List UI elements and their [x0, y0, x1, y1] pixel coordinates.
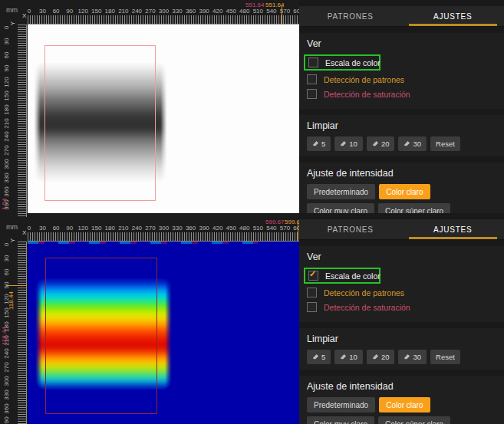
- option-label: Detección de patrones: [324, 75, 404, 84]
- color-claro-button[interactable]: Color claro: [379, 184, 430, 199]
- reset-button[interactable]: Reset: [430, 136, 460, 151]
- reset-button[interactable]: Reset: [430, 350, 460, 364]
- checkbox-escala-de-color[interactable]: ✓: [308, 271, 318, 281]
- color-super-claro-button[interactable]: Color súper claro: [378, 203, 450, 213]
- x-tick-label: 300: [159, 225, 169, 232]
- option-escala-de-color[interactable]: ✓ Escala de color: [304, 54, 380, 71]
- x-tick-label: 30: [39, 8, 46, 15]
- checkbox-deteccion-de-patrones[interactable]: ✓: [307, 288, 317, 297]
- option-label: Escala de color: [325, 58, 380, 67]
- clear-button-label: 5: [321, 353, 325, 361]
- option-deteccion-de-saturacion[interactable]: ✓ Detección de saturación: [307, 89, 498, 99]
- checkbox-escala-de-color[interactable]: ✓: [308, 58, 318, 67]
- x-tick-label: 480: [239, 225, 249, 232]
- clear-button-label: 20: [381, 140, 390, 148]
- eraser-icon: [404, 140, 410, 147]
- section-title: Limpiar: [307, 120, 498, 131]
- y-marker-line: [6, 285, 27, 286]
- x-tick-label: 330: [172, 8, 182, 15]
- x-tick-label: 510: [253, 225, 263, 232]
- eraser-icon: [372, 353, 379, 360]
- color-muy-claro-button[interactable]: Color muy claro: [307, 203, 374, 213]
- predeterminado-button[interactable]: Predeterminado: [307, 397, 375, 412]
- section-title: Limpiar: [307, 334, 498, 344]
- x-marker-line: [298, 222, 298, 241]
- x-tick-label: 0: [28, 8, 31, 15]
- section-ver: Ver ✓ Escala de color ✓ Detección de pat…: [299, 33, 504, 109]
- limpiar-buttons: 5 10 20 30 Reset: [307, 350, 498, 364]
- predeterminado-button[interactable]: Predeterminado: [307, 184, 375, 199]
- roi-rectangle[interactable]: [45, 258, 157, 414]
- color-claro-button[interactable]: Color claro: [379, 397, 430, 412]
- tab-patrones[interactable]: PATRONES: [299, 6, 402, 26]
- x-tick-label: 390: [199, 225, 209, 232]
- y-tick-label: 30: [3, 251, 11, 266]
- viewer-grayscale: mm X Y 030609012015018021024027030033036…: [0, 0, 299, 217]
- section-limpiar: Limpiar 5 10 20 30 Reset: [299, 328, 504, 370]
- y-ruler: [18, 242, 27, 424]
- tab-bar: PATRONES AJUSTES: [299, 6, 504, 27]
- x-tick-label: 30: [39, 225, 46, 232]
- x-marker-line: [282, 5, 282, 24]
- reset-button-label: Reset: [436, 353, 455, 361]
- clear-30-button[interactable]: 30: [398, 136, 427, 151]
- option-label: Detección de saturación: [324, 90, 410, 99]
- scan-image-heatmap[interactable]: [28, 242, 299, 424]
- settings-panel-bottom: PATRONES AJUSTES Ver ✓ Escala de color ✓…: [299, 213, 504, 424]
- x-ruler: [28, 232, 299, 242]
- option-deteccion-de-patrones[interactable]: ✓ Detección de patrones: [307, 74, 498, 84]
- x-tick-label: 450: [226, 225, 236, 232]
- x-tick-label: 180: [105, 8, 115, 15]
- reset-button-label: Reset: [436, 140, 455, 148]
- clear-20-button[interactable]: 20: [367, 350, 395, 364]
- eraser-icon: [312, 140, 319, 147]
- y-tick-label: 300: [3, 373, 11, 389]
- x-tick-label: 420: [212, 225, 222, 232]
- tab-patrones[interactable]: PATRONES: [299, 219, 402, 239]
- clear-button-label: 10: [349, 353, 357, 361]
- y-tick-label: 0: [3, 237, 11, 252]
- tab-label: AJUSTES: [433, 225, 473, 234]
- clear-10-button[interactable]: 10: [334, 136, 363, 151]
- option-deteccion-de-patrones[interactable]: ✓ Detección de patrones: [307, 288, 498, 297]
- color-muy-claro-button[interactable]: Color muy claro: [307, 416, 374, 424]
- checkbox-deteccion-de-patrones[interactable]: ✓: [307, 74, 317, 84]
- checkbox-deteccion-de-saturacion[interactable]: ✓: [307, 302, 317, 312]
- x-tick-label: 360: [186, 8, 196, 15]
- tab-ajustes[interactable]: AJUSTES: [402, 219, 504, 239]
- x-tick-label: 150: [91, 225, 101, 232]
- roi-rectangle[interactable]: [44, 45, 156, 201]
- tab-label: PATRONES: [328, 12, 374, 21]
- x-ruler-numbers: 0306090120150180210240270300330360390420…: [0, 8, 299, 15]
- section-ajuste-de-intensidad: Ajuste de intensidad Predeterminado Colo…: [299, 376, 504, 424]
- tab-bar: PATRONES AJUSTES: [299, 219, 504, 240]
- clear-20-button[interactable]: 20: [367, 136, 395, 151]
- section-title: Ver: [307, 38, 498, 49]
- eraser-icon: [340, 140, 347, 147]
- checkbox-deteccion-de-saturacion[interactable]: ✓: [307, 89, 317, 99]
- scan-image-grayscale[interactable]: [28, 25, 299, 213]
- y-ruler-numbers: 0306090120150180210240270300330360390: [0, 0, 17, 217]
- eraser-icon: [340, 353, 347, 360]
- clear-10-button[interactable]: 10: [334, 350, 363, 364]
- tab-label: AJUSTES: [433, 12, 473, 21]
- x-tick-label: 270: [145, 225, 155, 232]
- color-super-claro-button[interactable]: Color súper claro: [378, 416, 450, 424]
- clear-30-button[interactable]: 30: [398, 350, 427, 364]
- y-ruler-numbers: 0306090120150180210240270300330360390: [0, 217, 17, 424]
- tab-ajustes[interactable]: AJUSTES: [402, 6, 504, 26]
- y-tick-label: 30: [3, 34, 11, 49]
- x-tick-label: 570: [280, 225, 290, 232]
- clear-5-button[interactable]: 5: [307, 136, 331, 151]
- y-marker-value-orange: 118.44: [8, 291, 15, 310]
- option-deteccion-de-saturacion[interactable]: ✓ Detección de saturación: [307, 302, 498, 312]
- x-tick-label: 540: [266, 8, 276, 15]
- section-title: Ajuste de intensidad: [307, 381, 498, 392]
- section-title: Ajuste de intensidad: [307, 168, 498, 179]
- x-tick-label: 210: [118, 8, 128, 15]
- option-escala-de-color[interactable]: ✓ Escala de color: [304, 268, 380, 284]
- x-tick-label: 240: [132, 225, 142, 232]
- clear-5-button[interactable]: 5: [307, 350, 331, 364]
- x-tick-label: 600: [293, 8, 299, 15]
- section-limpiar: Limpiar 5 10 20 30 Reset: [299, 115, 504, 156]
